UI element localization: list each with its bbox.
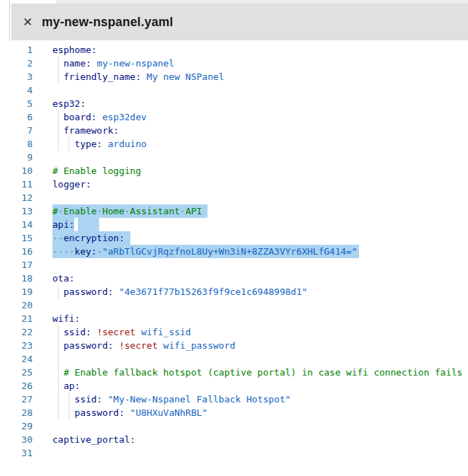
line-number: 16: [0, 245, 33, 258]
code-line[interactable]: 30captive_portal:: [0, 433, 468, 446]
token-c: Home: [102, 206, 124, 216]
line-number: 21: [0, 312, 33, 325]
token-p: [52, 286, 64, 297]
code-line[interactable]: 16····key:·"aRbTlGCvjRqzfnoL8Uy+Wn3iN+8Z…: [0, 245, 468, 258]
line-number: 13: [0, 204, 33, 218]
token-v: wifi_ssid: [141, 327, 190, 337]
code-text: ap:: [52, 379, 80, 393]
token-w: ·: [125, 206, 130, 216]
line-number: 28: [0, 406, 33, 419]
code-line[interactable]: 22 ssid: !secret wifi_ssid: [0, 325, 468, 339]
code-line[interactable]: 9: [0, 151, 468, 164]
token-k: esp32:: [52, 98, 86, 109]
code-line[interactable]: 7 framework:: [0, 124, 468, 137]
token-p: [52, 367, 64, 378]
code-text: # Enable fallback hotspot (captive porta…: [52, 366, 462, 379]
selection-extension: [202, 204, 207, 218]
code-text: password: !secret wifi_password: [52, 339, 235, 352]
token-k: wifi:: [52, 313, 80, 324]
code-line[interactable]: 12: [0, 191, 468, 204]
token-s: "4e3671f77b15263f9f9ce1c6948998d1": [119, 286, 307, 297]
code-line[interactable]: 26 ap:: [0, 379, 468, 393]
code-text: type: arduino: [52, 137, 147, 151]
close-icon[interactable]: ✕: [18, 15, 37, 29]
line-number: 30: [0, 433, 33, 446]
line-number: 10: [0, 164, 33, 178]
code-line[interactable]: 10# Enable logging: [0, 164, 468, 178]
token-k: password:: [74, 407, 124, 418]
line-number: 8: [0, 137, 33, 151]
token-c: API: [186, 206, 202, 216]
token-v: My new NSPanel: [147, 71, 224, 82]
token-k: friendly_name:: [64, 71, 142, 82]
code-line[interactable]: 4: [0, 83, 468, 97]
code-line[interactable]: 21wifi:: [0, 312, 468, 325]
token-k: password:: [64, 286, 113, 297]
line-number: 31: [0, 446, 33, 460]
code-line[interactable]: 28 password: "U8HXuVaNhRBL": [0, 406, 468, 419]
token-k: board:: [64, 112, 97, 122]
code-text: board: esp32dev: [52, 110, 147, 124]
code-line[interactable]: 18ota:: [0, 272, 468, 285]
token-k: ap:: [64, 381, 80, 391]
token-c: # Enable logging: [52, 166, 141, 176]
code-line[interactable]: 15··encryption:: [0, 231, 468, 245]
code-line[interactable]: 20: [0, 298, 468, 312]
token-k: ssid:: [64, 327, 91, 337]
code-text-selected: #·Enable·Home·Assistant·API: [52, 204, 207, 218]
token-p: [141, 71, 147, 82]
code-line[interactable]: 3 friendly_name: My new NSPanel: [0, 70, 468, 83]
line-number: 23: [0, 339, 33, 352]
code-line[interactable]: 8 type: arduino: [0, 137, 468, 151]
token-w: ·: [58, 206, 64, 216]
token-p: [91, 327, 97, 337]
code-line[interactable]: 1esphome:: [0, 43, 468, 57]
yaml-code-editor[interactable]: 1esphome:2 name: my-new-nspanel3 friendl…: [0, 40, 468, 476]
line-number: 11: [0, 178, 33, 191]
selection-extension: [78, 218, 99, 231]
line-number: 25: [0, 366, 33, 379]
code-text-selected: ····key:·"aRbTlGCvjRqzfnoL8Uy+Wn3iN+8ZZA…: [52, 245, 359, 258]
code-text: wifi:: [52, 312, 80, 325]
code-line[interactable]: 24: [0, 352, 468, 366]
code-line[interactable]: 27 ssid: "My-New-Nspanel Fallback Hotspo…: [0, 393, 468, 406]
line-number: 14: [0, 218, 33, 231]
code-line[interactable]: 23 password: !secret wifi_password: [0, 339, 468, 352]
token-k: captive_portal:: [52, 434, 135, 445]
code-line[interactable]: 11logger:: [0, 178, 468, 191]
token-s: "My-New-Nspanel Fallback Hotspot": [108, 394, 290, 405]
code-line[interactable]: 31: [0, 446, 468, 460]
code-line[interactable]: 25 # Enable fallback hotspot (captive po…: [0, 366, 468, 379]
code-line[interactable]: 29: [0, 419, 468, 433]
token-k: type:: [74, 139, 102, 149]
token-p: [52, 58, 64, 69]
code-text: name: my-new-nspanel: [52, 57, 174, 70]
token-p: [125, 407, 130, 418]
line-number: 5: [0, 97, 33, 110]
token-k: password:: [64, 340, 113, 351]
token-p: [52, 139, 74, 149]
line-number: 27: [0, 393, 33, 406]
token-c: # Enable fallback hotspot (captive porta…: [64, 367, 463, 378]
token-p: [52, 112, 64, 122]
code-line[interactable]: 13#·Enable·Home·Assistant·API: [0, 204, 468, 218]
code-line[interactable]: 19 password: "4e3671f77b15263f9f9ce1c694…: [0, 285, 468, 298]
file-title: my-new-nspanel.yaml: [42, 15, 173, 30]
code-line[interactable]: 5esp32:: [0, 97, 468, 110]
code-line[interactable]: 14api:: [0, 218, 468, 231]
token-p: [113, 286, 119, 297]
line-number: 9: [0, 151, 33, 164]
line-number: 6: [0, 110, 33, 124]
panel-header-left-border: [9, 0, 10, 40]
token-p: [91, 58, 97, 69]
line-number: 20: [0, 298, 33, 312]
selection-extension: [125, 231, 130, 245]
line-number: 12: [0, 191, 33, 204]
code-line[interactable]: 6 board: esp32dev: [0, 110, 468, 124]
code-text: password: "4e3671f77b15263f9f9ce1c694899…: [52, 285, 307, 298]
line-number: 22: [0, 325, 33, 339]
token-c: Assistant: [130, 206, 180, 216]
code-line[interactable]: 2 name: my-new-nspanel: [0, 57, 468, 70]
token-k: logger:: [52, 179, 91, 190]
code-line[interactable]: 17: [0, 258, 468, 272]
